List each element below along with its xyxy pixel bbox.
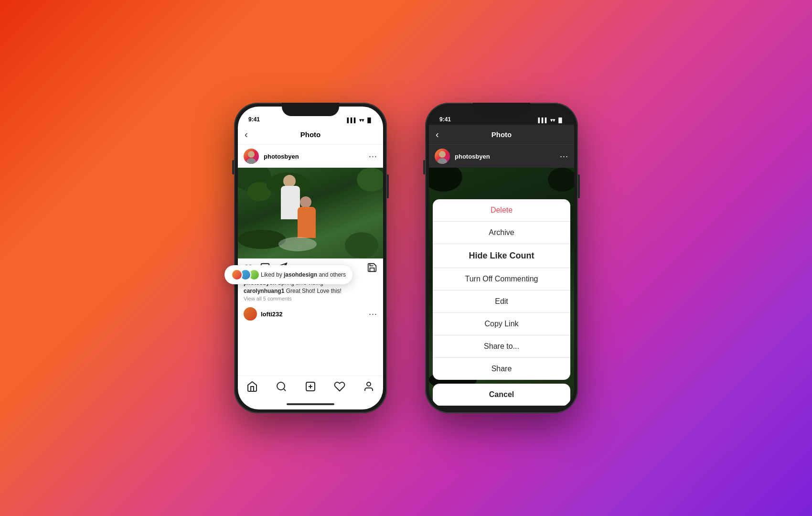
profile-nav-icon[interactable] [363, 381, 374, 395]
status-icons-right: ▌▌▌ ▾▾ ▐▌ [538, 118, 564, 123]
notch [282, 103, 339, 116]
share-button[interactable]: Share [433, 358, 570, 380]
signal-icon: ▌▌▌ [347, 118, 357, 123]
comment-line: carolynhuang1 Great Shot! Love this! [244, 288, 377, 294]
bottom-nav-left [238, 376, 383, 399]
heart-nav-icon[interactable] [334, 381, 345, 395]
user-row-left: photosbyen ··· [238, 145, 383, 168]
svg-line-5 [284, 389, 286, 391]
more-button-right[interactable]: ··· [560, 151, 568, 161]
liked-avatar-1 [231, 269, 243, 280]
more-button-comment[interactable]: ··· [369, 309, 377, 319]
svg-point-1 [246, 158, 256, 164]
liked-avatars [231, 269, 257, 280]
username-left[interactable]: photosbyen [264, 153, 364, 160]
add-nav-icon[interactable] [305, 381, 316, 395]
view-comments[interactable]: View all 5 comments [244, 296, 377, 301]
archive-button[interactable]: Archive [433, 222, 570, 244]
delete-button[interactable]: Delete [433, 199, 570, 222]
action-sheet-main: Delete Archive Hide Like Count Turn Off … [433, 199, 570, 380]
svg-point-10 [439, 151, 446, 158]
wifi-icon-right: ▾▾ [550, 118, 555, 123]
battery-icon: ▐▌ [366, 118, 373, 123]
avatar-left[interactable] [244, 149, 259, 164]
username-right[interactable]: photosbyen [455, 153, 555, 160]
share-to-button[interactable]: Share to... [433, 335, 570, 358]
home-indicator-left [238, 399, 383, 409]
comment-username[interactable]: carolynhuang1 [244, 288, 284, 294]
comment-text: Great Shot! Love this! [286, 288, 342, 294]
svg-point-11 [438, 158, 447, 164]
page-title-left: Photo [300, 130, 321, 139]
svg-point-4 [277, 382, 285, 390]
search-nav-icon[interactable] [276, 381, 287, 395]
turn-off-commenting-button[interactable]: Turn Off Commenting [433, 268, 570, 290]
edit-button[interactable]: Edit [433, 290, 570, 313]
action-sheet: Delete Archive Hide Like Count Turn Off … [429, 199, 574, 409]
nav-header-right: ‹ Photo [429, 125, 574, 145]
home-nav-icon[interactable] [246, 381, 258, 395]
liked-by-bubble: Liked by jasohdesign and others [224, 265, 353, 284]
save-icon[interactable] [367, 262, 377, 276]
copy-link-button[interactable]: Copy Link [433, 313, 570, 335]
cancel-sheet: Cancel [433, 384, 570, 406]
avatar-right[interactable] [435, 149, 450, 164]
time-right: 9:41 [439, 116, 451, 123]
lofti-avatar [244, 307, 257, 321]
right-phone: 9:41 ▌▌▌ ▾▾ ▐▌ ‹ Photo photosbyen ··· [425, 103, 578, 413]
back-button-left[interactable]: ‹ [245, 129, 248, 140]
svg-point-9 [367, 382, 371, 386]
page-title-right: Photo [491, 130, 512, 139]
nav-header-left: ‹ Photo [238, 125, 383, 145]
status-icons-left: ▌▌▌ ▾▾ ▐▌ [347, 118, 373, 123]
post-photo-left [238, 168, 383, 258]
left-phone: 9:41 ▌▌▌ ▾▾ ▐▌ ‹ Photo photosbyen ··· [234, 103, 387, 413]
back-button-right[interactable]: ‹ [436, 129, 439, 140]
user-row-right: photosbyen ··· [429, 145, 574, 168]
cancel-button[interactable]: Cancel [433, 384, 570, 406]
liked-user-name[interactable]: jasohdesign [284, 271, 317, 278]
wifi-icon: ▾▾ [359, 118, 364, 123]
liked-by-text: Liked by jasohdesign and others [261, 271, 346, 278]
time-left: 9:41 [248, 116, 260, 123]
notch-right [473, 103, 530, 116]
hide-like-count-button[interactable]: Hide Like Count [433, 244, 570, 268]
more-button-left[interactable]: ··· [369, 151, 377, 161]
svg-point-0 [248, 151, 255, 158]
battery-icon-right: ▐▌ [557, 118, 564, 123]
lofti-name[interactable]: lofti232 [261, 311, 365, 318]
signal-icon-right: ▌▌▌ [538, 118, 548, 123]
comment-user-row: lofti232 ··· [238, 304, 383, 323]
